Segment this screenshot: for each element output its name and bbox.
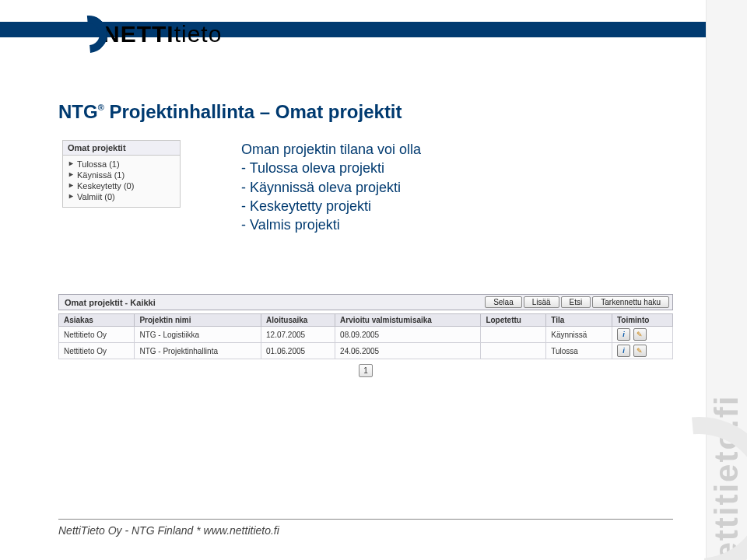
cell-customer: Nettitieto Oy — [59, 343, 135, 359]
sidebar-item-keskeytetty[interactable]: Keskeytetty (0) — [68, 180, 175, 191]
brand-logo: NETTI tieto — [70, 16, 222, 53]
sidebar-item-tulossa[interactable]: Tulossa (1) — [68, 159, 175, 170]
cell-actions — [612, 343, 672, 359]
cell-end — [481, 327, 546, 343]
add-button[interactable]: Lisää — [524, 296, 559, 308]
grid-titlebar: Omat projektit - Kaikki Selaa Lisää Etsi… — [58, 294, 673, 310]
col-end: Lopetettu — [481, 314, 546, 327]
info-icon[interactable] — [617, 328, 630, 341]
browse-button[interactable]: Selaa — [485, 296, 522, 308]
explain-line-1: - Tulossa oleva projekti — [241, 159, 421, 177]
registered-mark: ® — [98, 103, 104, 112]
title-prefix: NTG — [58, 101, 98, 122]
own-projects-list: Tulossa (1) Käynissä (1) Keskeytetty (0)… — [63, 159, 180, 202]
projects-table: Asiakas Projektin nimi Aloitusaika Arvio… — [58, 313, 673, 359]
page-1-button[interactable]: 1 — [359, 364, 373, 377]
pager: 1 — [58, 359, 673, 382]
cell-project-name: NTG - Projektinhallinta — [135, 343, 261, 359]
col-start: Aloitusaika — [261, 314, 335, 327]
sidebar-item-kaynissa[interactable]: Käynissä (1) — [68, 170, 175, 180]
explain-line-3: - Keskeytetty projekti — [241, 197, 421, 215]
status-explanation: Oman projektin tilana voi olla - Tulossa… — [241, 140, 421, 234]
cell-status: Tulossa — [546, 343, 612, 359]
logo-word-1: NETTI — [103, 21, 174, 47]
footer-divider — [58, 519, 673, 520]
grid-title: Omat projektit - Kaikki — [62, 298, 156, 307]
cell-start: 01.06.2005 — [261, 343, 335, 359]
col-estimate: Arvioitu valmistumisaika — [335, 314, 481, 327]
own-projects-panel-header: Omat projektit — [63, 141, 180, 156]
explain-line-4: - Valmis projekti — [241, 215, 421, 234]
cell-actions — [612, 327, 672, 343]
search-button[interactable]: Etsi — [561, 296, 591, 308]
grid-toolbar: Selaa Lisää Etsi Tarkennettu haku — [485, 296, 669, 308]
logo-word-2: tieto — [174, 21, 223, 47]
title-suffix: Projektinhallinta – Omat projektit — [109, 101, 402, 122]
logo-arc-icon — [70, 16, 107, 53]
edit-icon[interactable] — [633, 328, 647, 341]
cell-start: 12.07.2005 — [261, 327, 335, 343]
sidebar-item-valmiit[interactable]: Valmiit (0) — [68, 191, 175, 202]
edit-icon[interactable] — [633, 345, 647, 357]
page-title: NTG® Projektinhallinta – Omat projektit — [58, 101, 402, 123]
projects-grid: Omat projektit - Kaikki Selaa Lisää Etsi… — [58, 294, 673, 382]
advanced-search-button[interactable]: Tarkennettu haku — [592, 296, 669, 308]
table-header-row: Asiakas Projektin nimi Aloitusaika Arvio… — [59, 314, 673, 327]
explain-lead: Oman projektin tilana voi olla — [241, 140, 421, 159]
explain-line-2: - Käynnissä oleva projekti — [241, 178, 421, 197]
footer-text: NettiTieto Oy - NTG Finland * www.nettit… — [58, 524, 279, 537]
table-row: Nettitieto Oy NTG - Projektinhallinta 01… — [59, 343, 673, 359]
cell-project-name: NTG - Logistiikka — [135, 327, 261, 343]
col-action: Toiminto — [612, 314, 672, 327]
cell-estimate: 24.06.2005 — [335, 343, 481, 359]
cell-status: Käynnissä — [546, 327, 612, 343]
own-projects-panel: Omat projektit Tulossa (1) Käynissä (1) … — [62, 140, 181, 208]
cell-estimate: 08.09.2005 — [335, 327, 481, 343]
col-customer: Asiakas — [59, 314, 135, 327]
cell-customer: Nettitieto Oy — [59, 327, 135, 343]
cell-end — [481, 343, 546, 359]
col-status: Tila — [546, 314, 612, 327]
col-project-name: Projektin nimi — [135, 314, 261, 327]
info-icon[interactable] — [617, 345, 630, 357]
table-row: Nettitieto Oy NTG - Logistiikka 12.07.20… — [59, 327, 673, 343]
